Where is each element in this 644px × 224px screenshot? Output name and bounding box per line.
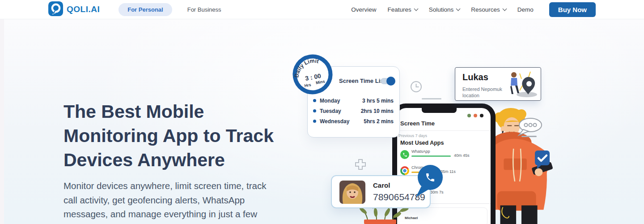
bullet-icon: [313, 120, 316, 123]
logo-text: QOLI.AI: [67, 4, 100, 14]
chrome-icon: [400, 166, 409, 175]
contact-card: Michael: [398, 207, 487, 224]
avatar: [339, 181, 365, 204]
clock-icon: [410, 81, 422, 95]
nav-overview[interactable]: Overview: [351, 6, 376, 13]
qoli-logo-icon: [48, 1, 63, 18]
usage-value: 40m 45s: [454, 153, 470, 158]
call-bubble-icon: [415, 163, 445, 202]
list-item: Wednesday 5hrs 2 mins: [313, 116, 394, 126]
left-edge-strip: [0, 19, 4, 224]
bullet-icon: [313, 109, 316, 112]
hero-copy: The Best Mobile Monitoring App to Track …: [64, 99, 278, 221]
nav-demo[interactable]: Demo: [517, 6, 534, 13]
location-card-name: Lukas: [462, 72, 488, 82]
page-title: The Best Mobile Monitoring App to Track …: [64, 99, 278, 172]
status-dot-green: [467, 114, 471, 117]
daily-limit-badge: Daily Limit 3 : 00 Hrs Mins: [292, 54, 333, 97]
list-item: Tuesday 2hrs 10 mins: [313, 106, 394, 116]
bullet-icon: [313, 99, 316, 102]
toggle-knob: [386, 77, 395, 86]
divider: [397, 130, 491, 131]
most-used-apps-title: Most Used Apps: [400, 140, 444, 146]
status-dot-orange: [474, 114, 477, 117]
phone-notch: [422, 108, 457, 113]
header: QOLI.AI For Personal For Business Overvi…: [0, 0, 644, 19]
whatsapp-icon: [400, 150, 409, 159]
caller-name: Carol: [373, 181, 390, 189]
nav-features[interactable]: Features: [387, 6, 417, 13]
landing-page: QOLI.AI For Personal For Business Overvi…: [0, 0, 644, 224]
chevron-down-icon: [414, 6, 418, 11]
status-dot-black: [480, 114, 483, 117]
logo[interactable]: QOLI.AI: [48, 1, 100, 18]
app-usage-row: WhatsApp 40m 45s: [400, 149, 488, 164]
chevron-down-icon: [456, 6, 461, 11]
location-card-message: Entered Nepomuk location: [462, 86, 511, 99]
screen-time-toggle[interactable]: [381, 78, 394, 84]
decorative-line: [521, 136, 537, 137]
audience-tabs: For Personal For Business: [119, 3, 230, 16]
walking-person-pin-illustration: [506, 70, 538, 100]
location-alert-card: Lukas Entered Nepomuk location: [455, 67, 541, 101]
nav-solutions[interactable]: Solutions: [429, 6, 460, 13]
list-item: Monday 3 hrs 5 mins: [313, 95, 394, 106]
chevron-down-icon: [502, 6, 507, 11]
usage-bar: [411, 155, 451, 157]
screen-time-title: Screen Time: [400, 120, 435, 127]
decorative-line: [422, 98, 441, 99]
tab-for-personal[interactable]: For Personal: [119, 3, 172, 16]
hero-description: Monitor devices anywhere, limit screen t…: [64, 179, 278, 221]
check-badge-icon: [534, 150, 551, 172]
screen-time-period: Previous 7 days: [398, 134, 427, 138]
nav-resources[interactable]: Resources: [471, 6, 506, 13]
main-nav: Overview Features Solutions Resources De…: [351, 2, 596, 17]
plus-icon: [355, 159, 366, 172]
day-limit-list: Monday 3 hrs 5 mins Tuesday 2hrs 10 mins…: [313, 95, 394, 126]
app-name: WhatsApp: [411, 149, 430, 154]
tab-for-business[interactable]: For Business: [178, 3, 230, 16]
buy-now-button[interactable]: Buy Now: [549, 2, 596, 17]
